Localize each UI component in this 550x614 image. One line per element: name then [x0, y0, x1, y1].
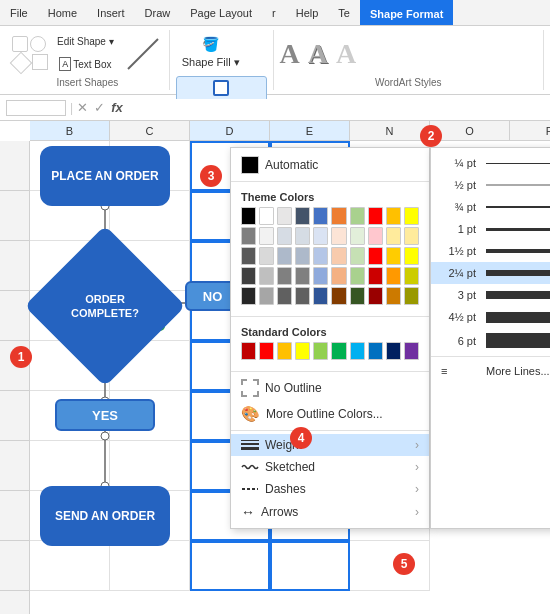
- row-header-1[interactable]: [0, 141, 29, 191]
- tc-r2-2[interactable]: [259, 227, 274, 245]
- tc-r2-4[interactable]: [295, 227, 310, 245]
- tc-r3-5[interactable]: [313, 247, 328, 265]
- theme-color-black[interactable]: [241, 207, 256, 225]
- cell-b1[interactable]: [30, 141, 110, 191]
- more-outline-colors-item[interactable]: 🎨 More Outline Colors...: [231, 401, 429, 427]
- theme-color-4472c4[interactable]: [313, 207, 328, 225]
- cell-c3[interactable]: [110, 241, 190, 291]
- cell-c9[interactable]: [110, 541, 190, 591]
- tc-r5-5[interactable]: [313, 287, 328, 305]
- tc-r4-10[interactable]: [404, 267, 419, 285]
- wordart-a3[interactable]: A: [336, 38, 356, 70]
- cell-c1[interactable]: [110, 141, 190, 191]
- col-header-n[interactable]: N: [350, 121, 430, 140]
- row-header-9[interactable]: [0, 541, 29, 591]
- tc-r3-1[interactable]: [241, 247, 256, 265]
- tc-r2-10[interactable]: [404, 227, 419, 245]
- cell-c2[interactable]: [110, 191, 190, 241]
- tc-r3-2[interactable]: [259, 247, 274, 265]
- shape-icon-diamond[interactable]: [10, 51, 33, 74]
- tc-r2-6[interactable]: [331, 227, 346, 245]
- tc-r4-3[interactable]: [277, 267, 292, 285]
- text-box-btn[interactable]: A Text Box: [51, 53, 120, 75]
- row-header-4[interactable]: [0, 291, 29, 341]
- tc-r5-4[interactable]: [295, 287, 310, 305]
- row-header-3[interactable]: [0, 241, 29, 291]
- tc-r5-2[interactable]: [259, 287, 274, 305]
- col-header-o[interactable]: O: [430, 121, 510, 140]
- weight-4half-pt[interactable]: 4½ pt: [431, 306, 550, 328]
- more-lines-item[interactable]: ≡ More Lines...: [431, 360, 550, 382]
- formula-confirm-icon[interactable]: ✓: [94, 100, 105, 115]
- col-header-p[interactable]: P: [510, 121, 550, 140]
- wordart-a1[interactable]: A: [280, 38, 300, 70]
- sc-6[interactable]: [331, 342, 346, 360]
- cell-b4[interactable]: [30, 291, 110, 341]
- shape-icon-square[interactable]: [32, 54, 48, 70]
- sketched-item[interactable]: Sketched ›: [231, 456, 429, 478]
- weight-three-quarter-pt[interactable]: ¾ pt: [431, 196, 550, 218]
- theme-color-44546a[interactable]: [295, 207, 310, 225]
- theme-color-a9d18e[interactable]: [350, 207, 365, 225]
- sc-4[interactable]: [295, 342, 310, 360]
- tc-r5-7[interactable]: [350, 287, 365, 305]
- cell-e9[interactable]: [270, 541, 350, 591]
- formula-fx-icon[interactable]: fx: [111, 100, 123, 115]
- wordart-a2[interactable]: A: [308, 38, 328, 70]
- tab-insert[interactable]: Insert: [87, 0, 135, 25]
- tc-r5-1[interactable]: [241, 287, 256, 305]
- cell-b7[interactable]: [30, 441, 110, 491]
- row-header-6[interactable]: [0, 391, 29, 441]
- weight-3-pt[interactable]: 3 pt: [431, 284, 550, 306]
- cell-b3[interactable]: [30, 241, 110, 291]
- shape-icon-circle[interactable]: [30, 36, 46, 52]
- shape-fill-btn[interactable]: 🪣 Shape Fill ▾: [176, 32, 246, 73]
- tc-r4-6[interactable]: [331, 267, 346, 285]
- tc-r3-3[interactable]: [277, 247, 292, 265]
- weight-6-pt[interactable]: 6 pt: [431, 328, 550, 353]
- weight-half-pt[interactable]: ½ pt: [431, 174, 550, 196]
- theme-color-ffc000[interactable]: [386, 207, 401, 225]
- sc-2[interactable]: [259, 342, 274, 360]
- tc-r3-8[interactable]: [368, 247, 383, 265]
- tc-r4-5[interactable]: [313, 267, 328, 285]
- cell-b6[interactable]: [30, 391, 110, 441]
- cell-c7[interactable]: [110, 441, 190, 491]
- tab-help[interactable]: Help: [286, 0, 329, 25]
- cell-c4[interactable]: [110, 291, 190, 341]
- tc-r2-7[interactable]: [350, 227, 365, 245]
- sc-7[interactable]: [350, 342, 365, 360]
- tab-r[interactable]: r: [262, 0, 286, 25]
- edit-shape-btn[interactable]: Edit Shape ▾: [51, 32, 120, 51]
- tc-r4-7[interactable]: [350, 267, 365, 285]
- tab-home[interactable]: Home: [38, 0, 87, 25]
- weight-quarter-pt[interactable]: ¼ pt: [431, 152, 550, 174]
- shape-icon-rect[interactable]: [12, 36, 28, 52]
- cell-b2[interactable]: [30, 191, 110, 241]
- tc-r5-10[interactable]: [404, 287, 419, 305]
- row-header-8[interactable]: [0, 491, 29, 541]
- auto-color-item[interactable]: Automatic: [231, 152, 429, 178]
- row-header-2[interactable]: [0, 191, 29, 241]
- col-header-c[interactable]: C: [110, 121, 190, 140]
- tc-r3-6[interactable]: [331, 247, 346, 265]
- tc-r2-9[interactable]: [386, 227, 401, 245]
- tab-te[interactable]: Te: [328, 0, 360, 25]
- sc-10[interactable]: [404, 342, 419, 360]
- cell-c6[interactable]: [110, 391, 190, 441]
- tc-r4-1[interactable]: [241, 267, 256, 285]
- formula-cancel-icon[interactable]: ✕: [77, 100, 88, 115]
- sc-1[interactable]: [241, 342, 256, 360]
- tab-shape-format[interactable]: Shape Format: [360, 0, 453, 25]
- weight-1-pt[interactable]: 1 pt: [431, 218, 550, 240]
- theme-color-ed7d31[interactable]: [331, 207, 346, 225]
- tc-r3-9[interactable]: [386, 247, 401, 265]
- tc-r4-8[interactable]: [368, 267, 383, 285]
- theme-color-e7e6e6[interactable]: [277, 207, 292, 225]
- sc-9[interactable]: [386, 342, 401, 360]
- tc-r2-1[interactable]: [241, 227, 256, 245]
- theme-color-ff0000[interactable]: [368, 207, 383, 225]
- sc-5[interactable]: [313, 342, 328, 360]
- tc-r4-2[interactable]: [259, 267, 274, 285]
- tc-r3-7[interactable]: [350, 247, 365, 265]
